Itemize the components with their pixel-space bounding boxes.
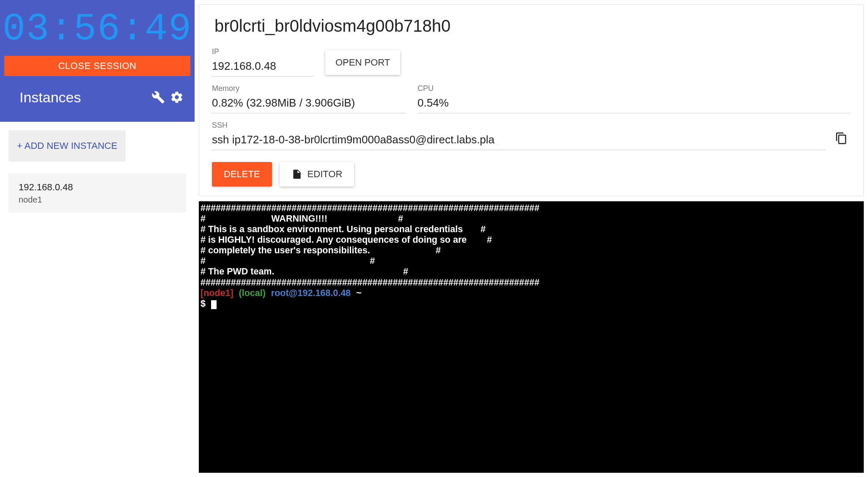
ssh-label: SSH [212, 121, 825, 130]
wrench-icon[interactable] [149, 88, 168, 107]
ip-row: IP 192.168.0.48 OPEN PORT [212, 47, 851, 77]
terminal-banner-line: ########################################… [201, 277, 539, 288]
terminal[interactable]: ########################################… [199, 201, 864, 473]
copy-icon [835, 132, 848, 145]
sidebar-body: + ADD NEW INSTANCE 192.168.0.48 node1 [0, 122, 195, 221]
gear-icon[interactable] [168, 88, 186, 107]
instances-header: Instances [0, 76, 195, 114]
ssh-field: SSH ssh ip172-18-0-38-br0lcrtim9m000a8as… [212, 121, 825, 150]
prompt-symbol: $ [201, 299, 206, 309]
prompt-path: ~ [356, 288, 362, 298]
action-row: DELETE EDITOR [212, 162, 851, 186]
ip-value: 192.168.0.48 [212, 60, 313, 77]
sidebar-head: 03:56:49 CLOSE SESSION Instances [0, 0, 195, 122]
prompt-local: (local) [239, 288, 266, 298]
instance-item[interactable]: 192.168.0.48 node1 [8, 173, 186, 213]
delete-button[interactable]: DELETE [212, 162, 272, 186]
instance-item-ip: 192.168.0.48 [19, 181, 176, 194]
cpu-label: CPU [418, 84, 851, 93]
add-instance-button[interactable]: + ADD NEW INSTANCE [8, 130, 126, 162]
terminal-banner-line: # WARNING!!!! # [201, 214, 403, 224]
terminal-banner-line: # completely the user's responsibilites.… [201, 245, 441, 255]
copy-ssh-button[interactable] [832, 129, 851, 148]
terminal-banner-line: # The PWD team. # [201, 266, 408, 277]
prompt-user: root@192.168.0.48 [271, 288, 351, 298]
ip-label: IP [212, 47, 313, 56]
terminal-banner-line: # # [201, 256, 375, 266]
editor-button[interactable]: EDITOR [280, 162, 354, 186]
close-session-button[interactable]: CLOSE SESSION [4, 56, 190, 76]
cpu-field: CPU 0.54% [418, 84, 851, 113]
ssh-row: SSH ssh ip172-18-0-38-br0lcrtim9m000a8as… [212, 121, 851, 150]
file-icon [291, 169, 302, 180]
session-timer: 03:56:49 [0, 0, 195, 56]
terminal-cursor [211, 300, 217, 309]
memory-label: Memory [212, 84, 406, 93]
editor-button-label: EDITOR [308, 169, 343, 180]
instance-title: br0lcrti_br0ldviosm4g00b718h0 [214, 16, 851, 36]
terminal-banner-line: ########################################… [201, 203, 539, 213]
sidebar: 03:56:49 CLOSE SESSION Instances + ADD N… [0, 0, 195, 477]
memory-field: Memory 0.82% (32.98MiB / 3.906GiB) [212, 84, 406, 113]
terminal-banner-line: # is HIGHLY! discouraged. Any consequenc… [201, 235, 492, 245]
memory-value: 0.82% (32.98MiB / 3.906GiB) [212, 96, 406, 113]
ssh-value: ssh ip172-18-0-38-br0lcrtim9m000a8ass0@d… [212, 133, 825, 150]
main: br0lcrti_br0ldviosm4g00b718h0 IP 192.168… [195, 0, 868, 477]
cpu-value: 0.54% [418, 96, 851, 113]
instances-title: Instances [19, 89, 149, 106]
instance-item-name: node1 [19, 194, 176, 205]
instance-details-card: br0lcrti_br0ldviosm4g00b718h0 IP 192.168… [199, 4, 864, 196]
terminal-banner-line: # This is a sandbox environment. Using p… [201, 224, 486, 234]
open-port-button[interactable]: OPEN PORT [325, 50, 400, 75]
ip-field: IP 192.168.0.48 [212, 47, 313, 77]
prompt-node: [node1] [201, 288, 233, 298]
stats-row: Memory 0.82% (32.98MiB / 3.906GiB) CPU 0… [212, 84, 851, 113]
